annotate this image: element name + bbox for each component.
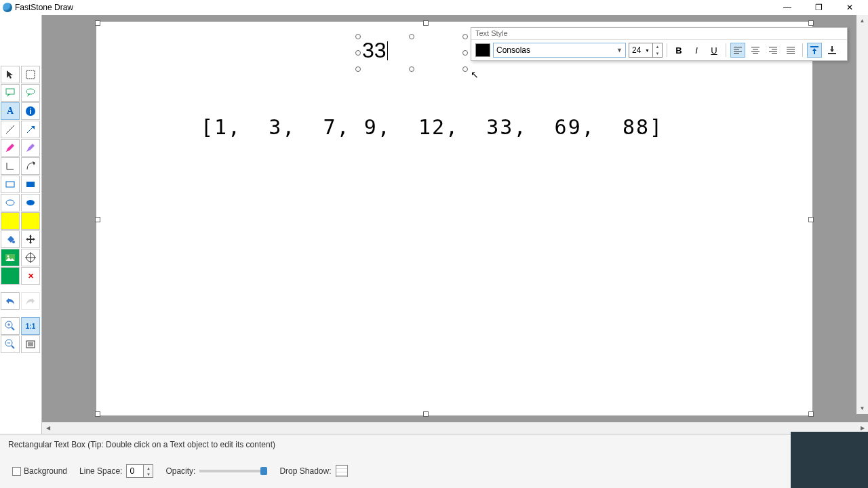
curve-tool[interactable]	[21, 157, 40, 175]
svg-point-13	[7, 256, 9, 258]
active-text-box[interactable]: 33	[358, 37, 465, 69]
scroll-left-icon[interactable]: ◀	[42, 422, 54, 434]
svg-rect-8	[26, 182, 35, 187]
zoom-out-button[interactable]	[1, 336, 20, 353]
undo-button[interactable]	[1, 292, 20, 310]
svg-rect-7	[6, 182, 14, 187]
titlebar: FastStone Draw — ❐ ✕	[0, 0, 868, 15]
canvas[interactable]: 33 [1, 3, 7, 9, 12, 33, 69, 88] ↖	[96, 22, 812, 415]
bold-button[interactable]: B	[671, 43, 686, 58]
callout-ellipse-tool[interactable]	[21, 84, 40, 102]
info-tool[interactable]: i	[21, 102, 40, 120]
font-size-select[interactable]: 24 ▼	[629, 43, 653, 58]
zoom-in-button[interactable]	[1, 317, 20, 335]
italic-button[interactable]: I	[689, 43, 704, 58]
canvas-resize-handle[interactable]	[808, 20, 814, 26]
right-angle-tool[interactable]	[1, 157, 20, 175]
opacity-thumb[interactable]	[260, 467, 267, 475]
canvas-resize-handle[interactable]	[808, 411, 814, 417]
minimize-button[interactable]: —	[772, 0, 803, 15]
dropshadow-label: Drop Shadow:	[279, 466, 331, 476]
canvas-area: 33 [1, 3, 7, 9, 12, 33, 69, 88] ↖ ▲ ▼	[42, 15, 868, 434]
resize-handle[interactable]	[355, 66, 361, 72]
target-tool[interactable]	[21, 249, 40, 266]
text-tool[interactable]: A	[1, 102, 20, 120]
resize-handle[interactable]	[462, 34, 468, 39]
app-icon	[3, 3, 12, 12]
rect-outline-tool[interactable]	[1, 176, 20, 193]
dropshadow-picker[interactable]	[336, 465, 348, 477]
svg-rect-25	[28, 342, 33, 346]
underline-button[interactable]: U	[707, 43, 722, 58]
font-color-swatch[interactable]	[475, 43, 490, 57]
active-text-content[interactable]: 33	[362, 38, 387, 63]
resize-handle[interactable]	[462, 66, 468, 72]
ellipse-outline-tool[interactable]	[1, 194, 20, 211]
vertical-scrollbar[interactable]: ▲ ▼	[856, 15, 868, 414]
arrow-tool[interactable]	[21, 121, 40, 138]
callout-rect-tool[interactable]	[1, 84, 20, 102]
canvas-resize-handle[interactable]	[423, 20, 429, 26]
scroll-up-icon[interactable]: ▲	[856, 15, 868, 26]
font-family-select[interactable]: Consolas ▼	[493, 43, 626, 58]
delete-tool[interactable]: ✕	[21, 267, 40, 285]
font-family-value: Consolas	[496, 45, 530, 55]
linespace-input[interactable]	[126, 464, 144, 478]
highlighter-tool[interactable]	[21, 139, 40, 157]
svg-point-9	[6, 200, 14, 205]
fill-tool[interactable]	[1, 230, 20, 248]
svg-text:i: i	[29, 107, 31, 115]
line-tool[interactable]	[1, 121, 20, 138]
resize-handle[interactable]	[462, 50, 468, 56]
rect-filled-tool[interactable]	[21, 176, 40, 193]
highlight-rect-tool[interactable]	[1, 212, 20, 230]
svg-line-6	[27, 127, 33, 133]
redo-button[interactable]	[21, 292, 40, 310]
object-tool[interactable]	[1, 267, 20, 285]
app-title: FastStone Draw	[15, 3, 73, 12]
opacity-slider[interactable]	[199, 470, 267, 472]
align-left-button[interactable]	[730, 43, 745, 58]
align-justify-button[interactable]	[783, 43, 798, 58]
svg-rect-0	[26, 70, 35, 79]
text-style-title: Text Style	[471, 28, 847, 40]
pencil-tool[interactable]	[1, 139, 20, 157]
zoom-11-button[interactable]: 1:1	[21, 317, 40, 335]
font-size-value: 24	[632, 45, 641, 55]
resize-handle[interactable]	[355, 50, 361, 56]
move-tool[interactable]	[21, 230, 40, 248]
canvas-resize-handle[interactable]	[95, 20, 100, 26]
bottom-options-bar: Rectangular Text Box (Tip: Double click …	[0, 434, 868, 488]
image-tool[interactable]	[1, 249, 20, 266]
canvas-resize-handle[interactable]	[95, 217, 100, 222]
resize-handle[interactable]	[409, 34, 414, 39]
font-size-spinner[interactable]: ▲▼	[653, 43, 663, 58]
horizontal-scrollbar[interactable]: ◀ ▶	[42, 422, 868, 434]
canvas-resize-handle[interactable]	[423, 411, 429, 417]
maximize-button[interactable]: ❐	[803, 0, 834, 15]
highlight-fill-tool[interactable]	[21, 212, 40, 230]
linespace-spinner[interactable]: ▲▼	[144, 464, 153, 478]
scroll-down-icon[interactable]: ▼	[856, 403, 868, 414]
ellipse-filled-tool[interactable]	[21, 194, 40, 211]
svg-line-18	[12, 327, 14, 330]
svg-rect-1	[6, 89, 14, 94]
align-center-button[interactable]	[748, 43, 763, 58]
marquee-tool[interactable]	[21, 66, 40, 83]
fit-screen-button[interactable]	[21, 336, 40, 353]
align-right-button[interactable]	[766, 43, 781, 58]
resize-handle[interactable]	[409, 66, 414, 72]
chevron-down-icon: ▼	[645, 48, 650, 53]
svg-line-5	[6, 125, 14, 134]
background-checkbox[interactable]: Background	[12, 466, 67, 476]
text-style-panel[interactable]: Text Style Consolas ▼ 24 ▼ ▲▼ B I U	[471, 27, 848, 61]
canvas-resize-handle[interactable]	[95, 411, 100, 417]
close-button[interactable]: ✕	[834, 0, 865, 15]
resize-handle[interactable]	[355, 34, 361, 39]
svg-point-10	[26, 200, 35, 205]
valign-bottom-button[interactable]	[825, 43, 840, 58]
select-tool[interactable]	[1, 66, 20, 83]
valign-top-button[interactable]	[807, 43, 822, 58]
static-text-object[interactable]: [1, 3, 7, 9, 12, 33, 69, 88]	[201, 115, 663, 139]
canvas-resize-handle[interactable]	[808, 217, 814, 222]
